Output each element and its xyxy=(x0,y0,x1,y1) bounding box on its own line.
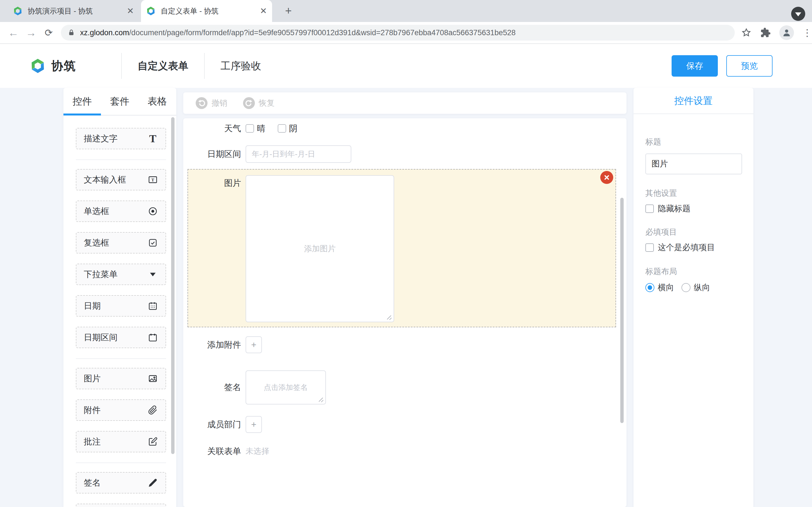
required-checkbox[interactable] xyxy=(645,243,654,252)
layout-section: 标题布局 横向 纵向 xyxy=(645,266,742,293)
back-icon[interactable]: ← xyxy=(4,27,22,39)
tab-close-icon[interactable]: ✕ xyxy=(127,7,134,15)
tab-controls[interactable]: 控件 xyxy=(63,88,101,115)
tab-close-icon[interactable]: ✕ xyxy=(260,7,267,15)
preview-button[interactable]: 预览 xyxy=(726,55,772,76)
hide-title-row[interactable]: 隐藏标题 xyxy=(645,203,742,214)
list-divider xyxy=(76,159,166,160)
weather-field-row[interactable]: 天气 晴 阴 xyxy=(183,121,297,136)
other-settings-label: 其他设置 xyxy=(645,188,742,199)
weather-cloudy-checkbox[interactable] xyxy=(278,124,286,133)
add-attachment-button[interactable]: + xyxy=(246,336,262,353)
control-item-date-range[interactable]: 日期区间 xyxy=(76,327,166,348)
hide-title-label: 隐藏标题 xyxy=(658,203,691,214)
xiezhu-favicon-icon xyxy=(13,6,22,16)
tab-tables[interactable]: 表格 xyxy=(139,88,176,115)
resize-handle[interactable] xyxy=(317,396,324,402)
new-tab-button[interactable]: + xyxy=(282,4,295,17)
control-settings-panel: 控件设置 标题 其他设置 隐藏标题 必填项目 xyxy=(633,88,753,507)
reload-icon[interactable]: ⟳ xyxy=(40,27,57,38)
field-title-input[interactable] xyxy=(645,154,742,174)
selected-image-field[interactable]: 图片 添加图片 xyxy=(188,169,616,327)
extensions-puzzle-icon[interactable] xyxy=(760,27,771,38)
screen: 协筑演示项目 - 协筑 ✕ 自定义表单 - 协筑 ✕ + ← → ⟳ xz.gl… xyxy=(0,0,812,507)
annotation-icon xyxy=(147,436,158,447)
sidebar-scrollbar[interactable] xyxy=(171,117,174,454)
redo-button[interactable]: 恢复 xyxy=(243,97,274,109)
list-divider xyxy=(76,358,166,359)
close-icon xyxy=(603,174,610,181)
page-body: 控件 套件 表格 描述文字 T 文本输入框 T 单选框 xyxy=(0,88,812,507)
browser-caret-button[interactable] xyxy=(791,7,805,21)
browser-url-bar: ← → ⟳ xz.glodon.com/document/page/form/f… xyxy=(0,22,812,44)
layout-vertical-radio[interactable] xyxy=(681,283,691,292)
forward-icon[interactable]: → xyxy=(22,27,40,39)
control-item-date[interactable]: 日期 xyxy=(76,295,166,317)
required-label: 必填项目 xyxy=(645,227,742,237)
checkbox-icon xyxy=(147,237,158,248)
calendar-icon xyxy=(147,300,158,311)
browser-tab-demo-project[interactable]: 协筑演示项目 - 协筑 ✕ xyxy=(8,0,139,22)
field-label: 成员部门 xyxy=(183,419,241,431)
control-item-dropdown[interactable]: 下拉菜单 xyxy=(76,264,166,285)
checkbox-label: 晴 xyxy=(257,123,265,134)
browser-menu-icon[interactable]: ⋮ xyxy=(802,27,812,38)
image-upload-box[interactable]: 添加图片 xyxy=(246,175,394,322)
checkbox-label: 阴 xyxy=(289,123,297,134)
field-label: 关联表单 xyxy=(183,446,241,457)
xiezhu-favicon-icon xyxy=(146,6,156,16)
related-form-value: 未选择 xyxy=(246,446,269,457)
resize-handle[interactable] xyxy=(386,314,392,320)
signature-pen-icon xyxy=(147,477,158,488)
brand[interactable]: 协筑 xyxy=(30,58,76,74)
field-label: 添加附件 xyxy=(183,339,241,351)
control-item-radio[interactable]: 单选框 xyxy=(76,201,166,222)
signature-box[interactable]: 点击添加签名 xyxy=(246,371,326,404)
layout-vertical-label: 纵向 xyxy=(694,282,710,293)
nav-process-acceptance[interactable]: 工序验收 xyxy=(205,59,277,73)
control-item-text-input[interactable]: 文本输入框 T xyxy=(76,169,166,190)
control-item-description-text[interactable]: 描述文字 T xyxy=(76,128,166,149)
add-member-button[interactable]: + xyxy=(246,416,262,433)
browser-actions: ⋮ xyxy=(741,25,812,40)
browser-tab-custom-form[interactable]: 自定义表单 - 协筑 ✕ xyxy=(141,0,272,22)
date-range-field-row[interactable]: 日期区间 xyxy=(183,145,351,163)
other-settings-section: 其他设置 隐藏标题 xyxy=(645,188,742,214)
delete-field-button[interactable] xyxy=(600,171,613,184)
member-field-row[interactable]: 成员部门 + xyxy=(183,416,262,433)
attachment-field-row[interactable]: 添加附件 + xyxy=(183,336,262,353)
control-item-signature[interactable]: 签名 xyxy=(76,472,166,494)
person-icon xyxy=(782,28,792,38)
weather-sunny-checkbox[interactable] xyxy=(246,124,254,133)
related-form-field-row[interactable]: 关联表单 未选择 xyxy=(183,445,269,457)
text-icon: T xyxy=(147,133,158,144)
control-item-related-form[interactable]: 关联表单 xyxy=(76,504,166,507)
tab-kits[interactable]: 套件 xyxy=(101,88,139,115)
signature-field-row[interactable]: 签名 点击添加签名 xyxy=(183,371,326,404)
canvas-scrollbar[interactable] xyxy=(620,198,624,423)
field-label: 日期区间 xyxy=(183,149,241,160)
control-item-annotation[interactable]: 批注 xyxy=(76,431,166,452)
layout-horizontal-radio[interactable] xyxy=(645,283,654,292)
nav-custom-form[interactable]: 自定义表单 xyxy=(122,59,204,73)
control-item-image[interactable]: 图片 xyxy=(76,368,166,389)
bookmark-star-icon[interactable] xyxy=(741,27,752,38)
undo-icon xyxy=(196,97,207,109)
browser-tab-bar: 协筑演示项目 - 协筑 ✕ 自定义表单 - 协筑 ✕ + xyxy=(0,0,812,22)
tab-title: 协筑演示项目 - 协筑 xyxy=(28,6,123,16)
field-label: 签名 xyxy=(183,382,241,393)
control-item-checkbox[interactable]: 复选框 xyxy=(76,232,166,253)
control-item-attachment[interactable]: 附件 xyxy=(76,399,166,421)
app-header: 协筑 自定义表单 工序验收 保存 预览 xyxy=(0,44,812,88)
save-button[interactable]: 保存 xyxy=(672,55,718,76)
sidebar-tabs: 控件 套件 表格 xyxy=(63,88,176,115)
undo-button[interactable]: 撤销 xyxy=(196,97,227,109)
date-range-input[interactable] xyxy=(246,145,351,163)
address-input[interactable]: xz.glodon.com/document/page/form/formdef… xyxy=(61,25,735,41)
tab-title: 自定义表单 - 协筑 xyxy=(161,6,257,16)
required-row[interactable]: 这个是必填项目 xyxy=(645,242,742,253)
browser-avatar[interactable] xyxy=(779,25,794,40)
controls-sidebar: 控件 套件 表格 描述文字 T 文本输入框 T 单选框 xyxy=(63,88,176,507)
title-label: 标题 xyxy=(645,136,742,147)
hide-title-checkbox[interactable] xyxy=(645,205,654,213)
